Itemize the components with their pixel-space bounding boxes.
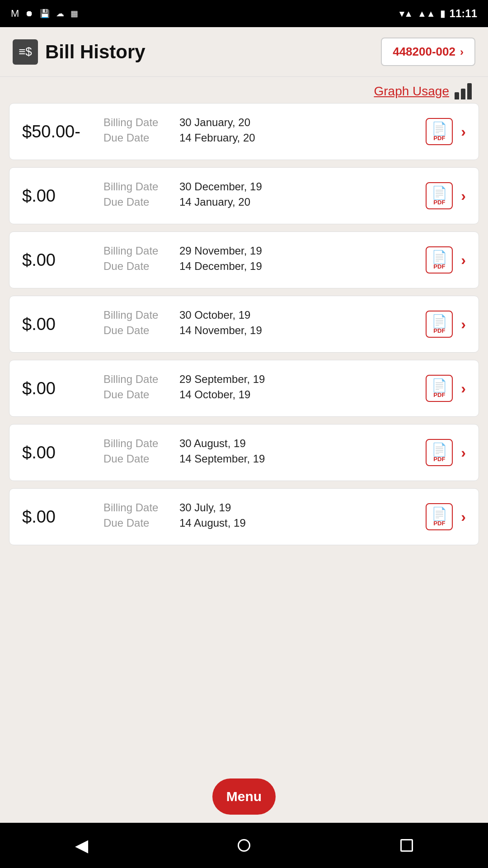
menu-button[interactable]: Menu	[212, 778, 276, 815]
bill-amount: $.00	[22, 443, 94, 462]
graph-usage-bar: Graph Usage	[0, 77, 488, 103]
billing-date-row: Billing Date 30 July, 19	[103, 501, 417, 514]
due-date-row: Due Date 14 September, 19	[103, 453, 417, 465]
bar-1	[455, 92, 459, 99]
bill-item[interactable]: $50.00- Billing Date 30 January, 20 Due …	[9, 103, 479, 160]
gmail-icon: M	[11, 8, 19, 19]
pdf-icon[interactable]: 📄 PDF	[426, 182, 453, 209]
graph-usage-link[interactable]: Graph Usage	[374, 84, 449, 99]
signal-icon: ▲▲	[418, 9, 436, 19]
pdf-icon[interactable]: 📄 PDF	[426, 246, 453, 274]
bill-amount: $.00	[22, 315, 94, 334]
chevron-right-icon[interactable]: ›	[461, 123, 466, 140]
due-date-label: Due Date	[103, 388, 176, 401]
billing-date-label: Billing Date	[103, 373, 176, 386]
pdf-label: PDF	[433, 135, 445, 141]
bill-actions: 📄 PDF ›	[426, 503, 466, 530]
pdf-icon[interactable]: 📄 PDF	[426, 118, 453, 145]
calendar-icon: ▦	[70, 9, 78, 19]
chevron-right-icon[interactable]: ›	[461, 444, 466, 461]
chevron-right-icon[interactable]: ›	[461, 509, 466, 525]
bill-item[interactable]: $.00 Billing Date 30 October, 19 Due Dat…	[9, 296, 479, 353]
back-icon: ◀	[75, 835, 88, 855]
bill-dates: Billing Date 30 January, 20 Due Date 14 …	[94, 116, 426, 147]
pdf-symbol: 📄	[432, 443, 447, 456]
pdf-icon[interactable]: 📄 PDF	[426, 503, 453, 530]
bar-2	[461, 89, 465, 99]
pdf-label: PDF	[433, 264, 445, 269]
billing-date-label: Billing Date	[103, 501, 176, 514]
due-date-label: Due Date	[103, 453, 176, 465]
bill-amount: $50.00-	[22, 122, 94, 142]
header-left: ≡$ Bill History	[13, 39, 145, 65]
due-date-value: 14 October, 19	[179, 388, 250, 401]
billing-date-row: Billing Date 29 September, 19	[103, 373, 417, 386]
bill-dates: Billing Date 29 September, 19 Due Date 1…	[94, 373, 426, 404]
due-date-value: 14 December, 19	[179, 260, 262, 273]
billing-date-label: Billing Date	[103, 180, 176, 193]
due-date-row: Due Date 14 October, 19	[103, 388, 417, 401]
pdf-symbol: 📄	[432, 123, 447, 135]
due-date-value: 14 January, 20	[179, 196, 250, 208]
chevron-right-icon[interactable]: ›	[461, 252, 466, 269]
bar-chart-icon	[455, 83, 472, 99]
bill-item[interactable]: $.00 Billing Date 29 September, 19 Due D…	[9, 360, 479, 417]
cloud-icon: ☁	[56, 9, 64, 19]
due-date-label: Due Date	[103, 132, 176, 144]
due-date-label: Due Date	[103, 324, 176, 337]
recents-icon	[400, 839, 413, 852]
record-icon: ⏺	[25, 9, 33, 19]
billing-date-row: Billing Date 30 October, 19	[103, 309, 417, 321]
bill-item[interactable]: $.00 Billing Date 30 December, 19 Due Da…	[9, 167, 479, 224]
pdf-label: PDF	[433, 392, 445, 398]
status-bar-left: M ⏺ 💾 ☁ ▦	[11, 8, 78, 19]
pdf-icon[interactable]: 📄 PDF	[426, 375, 453, 402]
billing-date-value: 30 July, 19	[179, 501, 231, 514]
bill-actions: 📄 PDF ›	[426, 118, 466, 145]
bill-amount: $.00	[22, 250, 94, 270]
bill-dates: Billing Date 30 July, 19 Due Date 14 Aug…	[94, 501, 426, 532]
due-date-row: Due Date 14 February, 20	[103, 132, 417, 144]
pdf-label: PDF	[433, 199, 445, 205]
pdf-symbol: 📄	[432, 315, 447, 328]
bottom-nav: ◀	[0, 823, 488, 868]
due-date-row: Due Date 14 December, 19	[103, 260, 417, 273]
bill-list: $50.00- Billing Date 30 January, 20 Due …	[0, 103, 488, 768]
home-icon	[238, 839, 250, 852]
home-button[interactable]	[238, 839, 250, 852]
bill-icon: ≡$	[13, 39, 38, 65]
bill-item[interactable]: $.00 Billing Date 29 November, 19 Due Da…	[9, 231, 479, 288]
chevron-right-icon[interactable]: ›	[461, 188, 466, 204]
status-bar: M ⏺ 💾 ☁ ▦ ▾▲ ▲▲ ▮ 11:11	[0, 0, 488, 27]
header: ≡$ Bill History 448200-002 ›	[0, 27, 488, 77]
due-date-value: 14 August, 19	[179, 517, 246, 529]
billing-date-value: 30 August, 19	[179, 437, 246, 450]
bill-item[interactable]: $.00 Billing Date 30 July, 19 Due Date 1…	[9, 488, 479, 545]
bill-dates: Billing Date 29 November, 19 Due Date 14…	[94, 245, 426, 275]
chevron-right-icon[interactable]: ›	[461, 316, 466, 333]
billing-date-row: Billing Date 29 November, 19	[103, 245, 417, 257]
due-date-label: Due Date	[103, 196, 176, 208]
pdf-icon[interactable]: 📄 PDF	[426, 311, 453, 338]
menu-area: Menu	[0, 768, 488, 823]
bill-amount: $.00	[22, 507, 94, 527]
bill-dates: Billing Date 30 October, 19 Due Date 14 …	[94, 309, 426, 340]
pdf-symbol: 📄	[432, 379, 447, 392]
due-date-value: 14 February, 20	[179, 132, 255, 144]
chevron-right-icon[interactable]: ›	[461, 380, 466, 397]
account-button[interactable]: 448200-002 ›	[381, 38, 475, 66]
battery-icon: ▮	[440, 8, 445, 19]
bill-amount: $.00	[22, 186, 94, 206]
billing-date-value: 30 January, 20	[179, 116, 250, 129]
account-number: 448200-002	[393, 45, 455, 59]
billing-date-label: Billing Date	[103, 245, 176, 257]
wifi-icon: ▾▲	[399, 8, 413, 19]
pdf-label: PDF	[433, 520, 445, 526]
pdf-label: PDF	[433, 328, 445, 334]
back-button[interactable]: ◀	[75, 835, 88, 855]
pdf-icon[interactable]: 📄 PDF	[426, 439, 453, 466]
time-display: 11:11	[450, 7, 477, 20]
bill-actions: 📄 PDF ›	[426, 375, 466, 402]
bill-item[interactable]: $.00 Billing Date 30 August, 19 Due Date…	[9, 424, 479, 481]
recents-button[interactable]	[400, 839, 413, 852]
